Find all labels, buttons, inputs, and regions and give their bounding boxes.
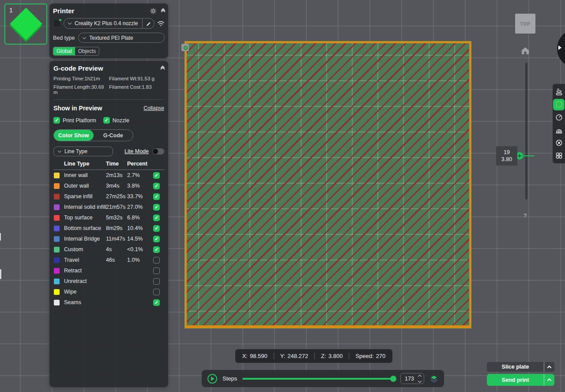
line-time: 46s (106, 257, 127, 263)
line-color-swatch (54, 300, 60, 305)
table-row: Internal Bridge 11m47s 14.5% (53, 234, 164, 244)
table-row: Unretract (53, 276, 164, 286)
line-percent: 6.8% (127, 215, 152, 221)
tab-color-show[interactable]: Color Show (54, 130, 94, 141)
spinner-up-icon[interactable] (418, 374, 422, 378)
spinner-down-icon[interactable] (418, 379, 422, 382)
line-visibility-checkbox[interactable] (153, 183, 160, 189)
table-row: Outer wall 3m4s 3.8% (53, 181, 164, 191)
line-type-label: Inner wall (64, 172, 106, 178)
printer-device-icon (53, 19, 61, 27)
bed-type-dropdown[interactable]: Textured PEI Plate (78, 33, 165, 43)
line-visibility-checkbox[interactable] (153, 236, 160, 242)
gcode-preview-bed[interactable] (185, 42, 471, 328)
chevron-down-icon (58, 149, 61, 152)
header-time: Time (106, 161, 127, 167)
send-print-button[interactable]: Send print (487, 374, 554, 386)
line-time: 8m29s (106, 225, 127, 231)
slice-options-chevron[interactable] (544, 366, 554, 369)
nozzle-checkbox[interactable] (103, 117, 110, 124)
panel-edge-mark (0, 233, 1, 241)
chevron-up-icon (547, 365, 552, 369)
settings-gear-icon[interactable] (150, 8, 157, 15)
line-type-label: Wipe (64, 289, 106, 295)
wifi-icon[interactable] (157, 20, 165, 27)
help-question-mark[interactable]: ? (524, 212, 527, 219)
print-platform-checkbox-item[interactable]: Print Platform (53, 117, 96, 124)
collapse-link[interactable]: Collapse (143, 105, 164, 111)
model-diamond (10, 8, 42, 40)
table-row: Wipe (53, 286, 164, 297)
line-color-swatch (54, 268, 60, 274)
slice-plate-label: Slice plate (487, 364, 544, 370)
view-cube-top-face[interactable]: TOP (515, 14, 535, 34)
flow-mound-icon[interactable] (553, 124, 565, 136)
printer-select-dropdown[interactable]: Creality K2 Plus 0.4 nozzle (64, 18, 154, 29)
steps-input[interactable]: 173 (400, 373, 424, 384)
steps-slider[interactable] (242, 378, 395, 380)
line-color-swatch (54, 204, 60, 210)
printing-time-stat: Printing Time:1h21m (53, 76, 109, 81)
line-type-label: Travel (64, 257, 106, 263)
line-color-swatch (54, 236, 60, 242)
line-visibility-checkbox[interactable] (153, 257, 160, 264)
plate-number: 1 (9, 7, 13, 14)
lite-mode-label[interactable]: Lite Mode (124, 148, 149, 155)
line-type-dropdown[interactable]: Line Type (53, 147, 113, 156)
line-type-view-icon[interactable] (553, 98, 565, 111)
table-row: Seams (53, 297, 164, 308)
line-time: 21m57s (106, 204, 127, 210)
filament-weight-stat: Filament Wt:91.53 g (109, 76, 154, 81)
plate-thumbnail[interactable]: 1 (4, 4, 47, 45)
layer-indicator: 19 3.80 (496, 146, 517, 166)
print-platform-checkbox[interactable] (53, 117, 60, 124)
play-button[interactable] (207, 374, 217, 384)
line-visibility-checkbox[interactable] (153, 246, 160, 253)
send-options-chevron[interactable] (544, 378, 554, 381)
line-type-dropdown-value: Line Type (64, 148, 87, 155)
line-type-label: Sparse infill (64, 193, 106, 200)
table-row: Retract (53, 265, 164, 276)
line-visibility-checkbox[interactable] (153, 278, 160, 285)
lite-mode-toggle[interactable] (152, 148, 164, 155)
home-view-icon[interactable] (520, 45, 531, 56)
edit-printer-button[interactable] (142, 19, 154, 28)
apps-rings-icon[interactable] (553, 149, 565, 162)
line-type-label: Internal solid infill (64, 204, 106, 210)
line-visibility-checkbox[interactable] (153, 215, 160, 221)
collapse-panel-icon[interactable] (161, 66, 164, 71)
nozzle-status-bar: X:98.590 Y:248.272 Z:3.800 Speed:270 (235, 349, 392, 363)
line-visibility-checkbox[interactable] (153, 204, 160, 211)
line-percent: 27.0% (127, 204, 152, 210)
layer-slider-track[interactable] (525, 63, 527, 200)
temperature-dial-icon[interactable] (553, 136, 565, 149)
speed-gauge-icon[interactable] (553, 111, 565, 124)
tab-global[interactable]: Global (53, 47, 75, 55)
line-color-swatch (54, 194, 60, 200)
printer-name: Creality K2 Plus 0.4 nozzle (75, 20, 138, 26)
layer-stack-icon[interactable] (429, 374, 438, 383)
tab-gcode[interactable]: G-Code (94, 130, 133, 141)
collapse-panel-icon[interactable] (162, 9, 165, 13)
line-type-label: Outer wall (64, 183, 106, 189)
table-row: Top surface 5m32s 6.8% (53, 212, 164, 223)
line-visibility-checkbox[interactable] (153, 289, 160, 295)
line-visibility-checkbox[interactable] (153, 299, 160, 306)
slice-plate-button[interactable]: Slice plate (487, 362, 554, 372)
line-visibility-checkbox[interactable] (153, 268, 160, 274)
line-visibility-checkbox[interactable] (153, 193, 160, 200)
line-type-table-header: Line Type Time Percent (53, 161, 164, 167)
nozzle-checkbox-item[interactable]: Nozzle (103, 117, 129, 124)
levels-icon[interactable] (553, 85, 565, 98)
table-row: Internal solid infill 21m57s 27.0% (53, 202, 164, 212)
bed-corner-handle[interactable] (181, 44, 189, 51)
gcode-preview-panel: G-code Preview Printing Time:1h21m Filam… (49, 61, 168, 387)
tab-objects[interactable]: Objects (75, 47, 99, 55)
line-visibility-checkbox[interactable] (153, 172, 160, 179)
nozzle-label: Nozzle (113, 117, 129, 124)
gcode-preview-title: G-code Preview (53, 64, 103, 72)
line-type-label: Bottom surface (64, 225, 106, 231)
line-visibility-checkbox[interactable] (153, 225, 160, 232)
show-in-preview-title: Show in Preview (53, 105, 102, 112)
steps-spinner[interactable] (418, 375, 421, 382)
